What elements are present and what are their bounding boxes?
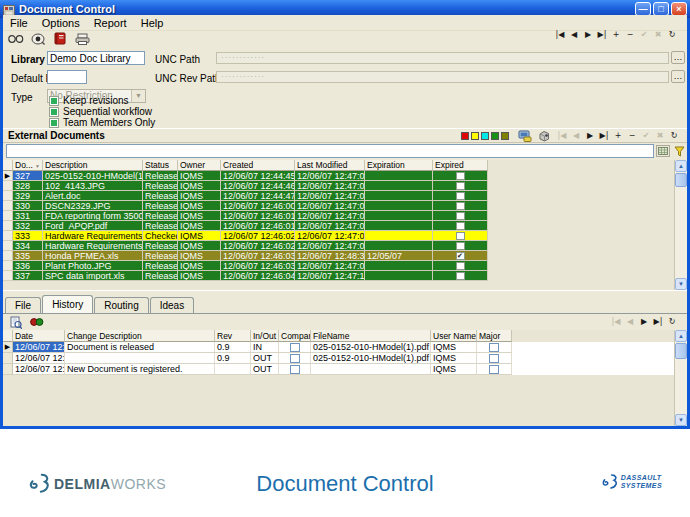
nav-last-button[interactable]: ▶| [597, 131, 611, 140]
table-row[interactable]: 335Honda PFMEA.xlsReleasedIQMS12/06/07 1… [3, 251, 687, 261]
menu-item-report[interactable]: Report [87, 17, 134, 29]
maximize-button[interactable]: □ [653, 2, 669, 16]
compare-versions-icon[interactable] [29, 315, 45, 329]
history-column-header-4[interactable]: Compare [279, 330, 311, 342]
checkbox-2[interactable] [49, 118, 59, 128]
red-book-icon[interactable] [52, 32, 68, 46]
history-vertical-scrollbar[interactable]: ▲ ▼ [674, 330, 687, 426]
nav-prev-button[interactable]: ◀ [567, 30, 581, 39]
menu-item-options[interactable]: Options [35, 17, 87, 29]
unc-path-browse-button[interactable]: … [671, 51, 685, 64]
expired-checkbox[interactable] [456, 232, 465, 240]
major-checkbox[interactable] [489, 365, 499, 374]
table-row[interactable]: 337SPC data import.xlsReleasedIQMS12/06/… [3, 271, 687, 281]
major-checkbox[interactable] [489, 354, 499, 363]
tab-history[interactable]: History [42, 295, 93, 313]
default-ext-input[interactable] [47, 70, 87, 84]
filter-icon[interactable] [672, 144, 686, 158]
tab-routing[interactable]: Routing [94, 297, 148, 313]
history-row[interactable]: 12/06/07 12:44...0.9OUT025-0152-010-HMod… [3, 353, 687, 364]
compare-checkbox[interactable] [290, 343, 300, 352]
nav-next-button[interactable]: ▶ [637, 317, 651, 326]
expired-checkbox[interactable] [456, 182, 465, 190]
table-row[interactable]: 331FDA reporting form 3500.pdfReleasedIQ… [3, 211, 687, 221]
nav-refresh-button[interactable]: ↻ [667, 131, 681, 140]
nav-insert-button[interactable]: + [611, 131, 625, 140]
menu-item-file[interactable]: File [3, 17, 35, 29]
checkbox-1[interactable] [49, 107, 59, 117]
history-column-header-0[interactable]: Date [13, 330, 65, 342]
expired-checkbox[interactable] [456, 192, 465, 200]
preview-document-icon[interactable] [8, 315, 24, 329]
close-button[interactable]: × [671, 2, 687, 16]
nav-delete-button[interactable]: − [623, 30, 637, 39]
nav-insert-button[interactable]: + [609, 30, 623, 39]
expired-checkbox[interactable] [456, 212, 465, 220]
nav-last-button[interactable]: ▶| [595, 30, 609, 39]
window-title: Document Control [19, 3, 635, 15]
find-document-icon[interactable] [30, 32, 46, 46]
column-header-6[interactable]: Expiration [365, 160, 433, 171]
menu-item-help[interactable]: Help [134, 17, 171, 29]
nav-last-button[interactable]: ▶| [651, 317, 665, 326]
history-column-header-2[interactable]: Rev [215, 330, 251, 342]
table-row[interactable]: 333Hardware Requirements for EnteChecked… [3, 231, 687, 241]
preview-glasses-icon[interactable] [8, 32, 24, 46]
scroll-thumb[interactable] [675, 343, 687, 359]
nav-refresh-button[interactable]: ↻ [665, 317, 679, 326]
expired-checkbox[interactable] [456, 272, 465, 280]
checkbox-0[interactable] [49, 96, 59, 106]
expired-checkbox[interactable] [456, 222, 465, 230]
table-row[interactable]: 336Plant Photo.JPGReleasedIQMS12/06/07 1… [3, 261, 687, 271]
history-column-header-7[interactable]: Major [477, 330, 512, 342]
history-row[interactable]: ▶12/06/07 12:47...Document is released0.… [3, 342, 687, 353]
column-header-0[interactable]: Do...▼ [13, 160, 43, 171]
grid-vertical-scrollbar[interactable]: ▲ ▼ [674, 160, 687, 290]
scroll-down-icon[interactable]: ▼ [675, 278, 687, 290]
table-row[interactable]: 328102_4143.JPGReleasedIQMS12/06/07 12:4… [3, 181, 687, 191]
table-row[interactable]: ▶327025-0152-010-HModel(1).pdfReleasedIQ… [3, 171, 687, 181]
scroll-thumb[interactable] [675, 173, 687, 187]
history-column-header-6[interactable]: User Name [431, 330, 477, 342]
unc-rev-path-browse-button[interactable]: … [671, 70, 685, 83]
major-checkbox[interactable] [489, 343, 499, 352]
table-row[interactable]: 330DSCN2329.JPGReleasedIQMS12/06/07 12:4… [3, 201, 687, 211]
table-row[interactable]: 334Hardware Requirements for LargRelease… [3, 241, 687, 251]
tab-ideas[interactable]: Ideas [150, 297, 194, 313]
column-header-5[interactable]: Last Modified [295, 160, 365, 171]
history-column-header-3[interactable]: In/Out [251, 330, 279, 342]
minimize-button[interactable]: — [635, 2, 651, 16]
history-row[interactable]: 12/06/07 12:44...New Document is registe… [3, 364, 687, 375]
expired-checkbox[interactable]: ✔ [456, 252, 465, 260]
library-input[interactable] [47, 51, 145, 65]
expired-checkbox[interactable] [456, 172, 465, 180]
filter-input[interactable] [6, 144, 654, 158]
expired-checkbox[interactable] [456, 202, 465, 210]
nav-refresh-button[interactable]: ↻ [665, 30, 679, 39]
column-header-1[interactable]: Description [43, 160, 143, 171]
history-column-header-5[interactable]: FileName [311, 330, 431, 342]
compare-checkbox[interactable] [290, 365, 300, 374]
tab-file[interactable]: File [5, 297, 41, 313]
table-row[interactable]: 332Ford_APQP.pdfReleasedIQMS12/06/07 12:… [3, 221, 687, 231]
expired-checkbox[interactable] [456, 242, 465, 250]
compare-checkbox[interactable] [290, 354, 300, 363]
column-header-4[interactable]: Created [221, 160, 295, 171]
nav-delete-button[interactable]: − [625, 131, 639, 140]
scroll-up-icon[interactable]: ▲ [675, 330, 687, 342]
column-header-2[interactable]: Status [143, 160, 178, 171]
nav-next-button[interactable]: ▶ [583, 131, 597, 140]
scroll-up-icon[interactable]: ▲ [675, 160, 687, 172]
expired-checkbox[interactable] [456, 262, 465, 270]
scroll-down-icon[interactable]: ▼ [675, 414, 687, 426]
history-column-header-1[interactable]: Change Description [65, 330, 215, 342]
archive-box-icon[interactable] [536, 129, 552, 142]
print-icon[interactable] [74, 32, 90, 46]
table-row[interactable]: 329Alert.docReleasedIQMS12/06/07 12:44:4… [3, 191, 687, 201]
column-header-7[interactable]: Expired [433, 160, 488, 171]
check-in-icon[interactable] [517, 129, 533, 142]
nav-first-button[interactable]: |◀ [553, 30, 567, 39]
column-header-3[interactable]: Owner [178, 160, 221, 171]
grid-columns-icon[interactable] [656, 145, 670, 157]
nav-next-button[interactable]: ▶ [581, 30, 595, 39]
